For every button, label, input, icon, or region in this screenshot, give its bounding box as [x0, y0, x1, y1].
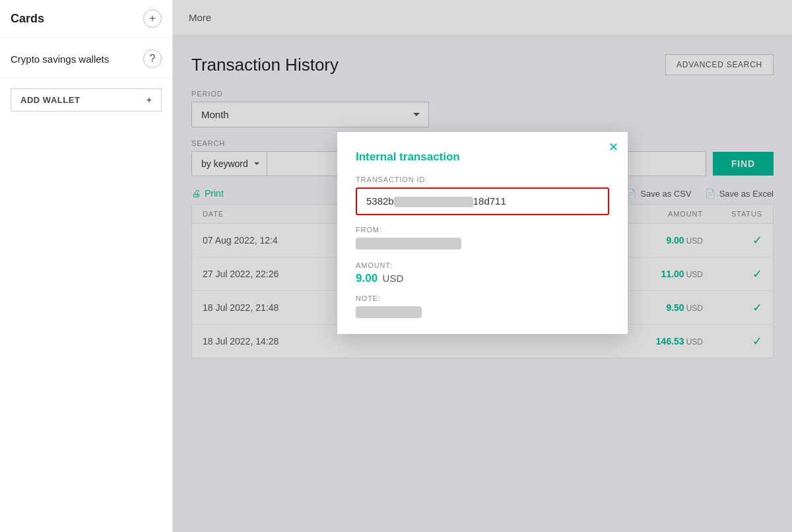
transaction-id-label: TRANSACTION ID: [356, 176, 609, 183]
transaction-id-text: 5382b 18d711 [366, 195, 599, 207]
transaction-id-blurred [394, 197, 473, 207]
note-label: NOTE: [356, 294, 609, 302]
note-blurred [356, 306, 422, 318]
transaction-modal: ✕ Internal transaction TRANSACTION ID: 5… [337, 132, 628, 334]
modal-amount-row: 9.00 USD [356, 272, 609, 285]
transaction-id-start: 5382b [366, 195, 394, 207]
cards-title: Cards [11, 12, 44, 26]
add-wallet-plus-icon: + [147, 95, 152, 105]
from-label: FROM: [356, 226, 609, 234]
transaction-id-end: 18d711 [473, 195, 506, 207]
add-wallet-label: ADD WALLET [20, 95, 80, 105]
main-content: More Transaction History ADVANCED SEARCH… [173, 0, 792, 532]
modal-amount-currency: USD [383, 273, 404, 284]
modal-close-button[interactable]: ✕ [609, 140, 618, 154]
sidebar: Cards + Crypto savings wallets ? ADD WAL… [0, 0, 173, 532]
from-blurred [356, 238, 461, 249]
modal-amount-value: 9.00 [356, 272, 378, 284]
modal-overlay[interactable]: ✕ Internal transaction TRANSACTION ID: 5… [173, 0, 792, 532]
crypto-section: Crypto savings wallets ? [0, 38, 172, 78]
add-card-button[interactable]: + [143, 9, 162, 28]
modal-title: Internal transaction [356, 150, 609, 164]
crypto-title: Crypto savings wallets [11, 53, 109, 65]
crypto-help-button[interactable]: ? [143, 50, 162, 68]
amount-label: AMOUNT: [356, 261, 609, 269]
cards-section: Cards + [0, 0, 172, 38]
transaction-id-box: 5382b 18d711 [356, 187, 609, 215]
add-wallet-button[interactable]: ADD WALLET + [11, 88, 162, 112]
